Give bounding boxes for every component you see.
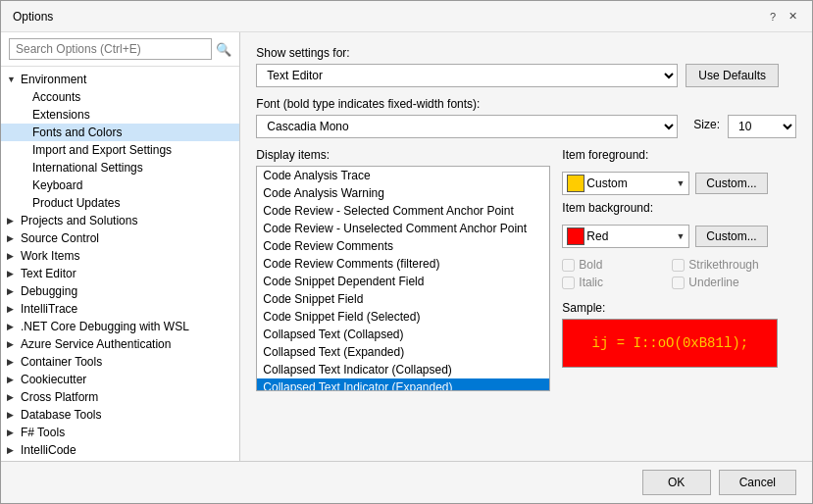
tree-child-fonts-colors[interactable]: Fonts and Colors (1, 124, 239, 141)
font-section: Font (bold type indicates fixed-width fo… (256, 97, 796, 138)
dialog-content: 🔍 ▼ Environment Accounts Extensions Font… (1, 32, 812, 461)
text-editor-label: Text Editor (21, 267, 76, 280)
right-panel: Show settings for: Text Editor Use Defau… (240, 32, 812, 461)
environment-arrow: ▼ (7, 75, 21, 84)
tree-net-core[interactable]: ▶ .NET Core Debugging with WSL (1, 318, 239, 335)
list-item-1[interactable]: Code Analysis Trace (257, 167, 549, 184)
list-item-6[interactable]: Code Review Comments (filtered) (257, 255, 549, 273)
intellitrace-arrow: ▶ (7, 304, 21, 314)
underline-checkbox-label[interactable]: Underline (672, 276, 778, 289)
bg-select-wrapper[interactable]: Red ▼ (562, 225, 689, 248)
list-item-5[interactable]: Code Review Comments (257, 237, 549, 255)
tree-cross-platform[interactable]: ▶ Cross Platform (1, 388, 239, 406)
size-label: Size: (693, 118, 720, 131)
tree-work-items[interactable]: ▶ Work Items (1, 247, 239, 265)
list-item-2[interactable]: Code Analysis Warning (257, 184, 549, 202)
fg-value: Custom (586, 176, 676, 190)
strikethrough-checkbox[interactable] (672, 259, 685, 272)
font-dropdown[interactable]: Cascadia Mono (256, 115, 678, 138)
cross-platform-arrow: ▶ (7, 392, 21, 402)
font-label: Font (bold type indicates fixed-width fo… (256, 97, 796, 111)
strikethrough-checkbox-label[interactable]: Strikethrough (672, 258, 778, 272)
tree-child-accounts[interactable]: Accounts (1, 88, 239, 106)
tree-debugging[interactable]: ▶ Debugging (1, 282, 239, 300)
list-item-11[interactable]: Collapsed Text (Expanded) (257, 343, 549, 361)
intellitrace-label: IntelliTrace (21, 302, 77, 316)
bg-custom-button[interactable]: Custom... (695, 226, 767, 247)
tree-intellitrace[interactable]: ▶ IntelliTrace (1, 300, 239, 318)
list-item-7[interactable]: Code Snippet Dependent Field (257, 273, 549, 290)
tree-cookiecutter[interactable]: ▶ Cookiecutter (1, 371, 239, 388)
search-icon[interactable]: 🔍 (216, 42, 231, 57)
fg-swatch (567, 175, 584, 192)
use-defaults-button[interactable]: Use Defaults (686, 64, 779, 87)
dialog-footer: OK Cancel (1, 461, 812, 503)
tree-text-editor[interactable]: ▶ Text Editor (1, 265, 239, 282)
tree-projects-solutions[interactable]: ▶ Projects and Solutions (1, 212, 239, 229)
bold-checkbox[interactable] (562, 259, 575, 272)
right-col: Item foreground: Custom ▼ Custom... Item… (562, 148, 778, 391)
bold-checkbox-label[interactable]: Bold (562, 258, 668, 272)
tree-database-tools[interactable]: ▶ Database Tools (1, 406, 239, 424)
tree-intellicode[interactable]: ▶ IntelliCode (1, 441, 239, 459)
projects-label: Projects and Solutions (21, 214, 137, 227)
list-item-4[interactable]: Code Review - Unselected Comment Anchor … (257, 220, 549, 237)
list-item-3[interactable]: Code Review - Selected Comment Anchor Po… (257, 202, 549, 220)
search-box: 🔍 (1, 32, 239, 67)
help-button[interactable]: ? (765, 9, 781, 25)
list-item-13[interactable]: Collapsed Text Indicator (Expanded) (257, 378, 549, 391)
fg-custom-button[interactable]: Custom... (695, 173, 767, 194)
strikethrough-label: Strikethrough (688, 258, 758, 272)
show-settings-label: Show settings for: (256, 46, 796, 60)
tree-child-product-updates[interactable]: Product Updates (1, 194, 239, 212)
cross-platform-label: Cross Platform (21, 390, 98, 404)
list-item-8[interactable]: Code Snippet Field (257, 290, 549, 308)
list-item-10[interactable]: Collapsed Text (Collapsed) (257, 326, 549, 343)
tree-fsharp-tools[interactable]: ▶ F# Tools (1, 424, 239, 441)
tree-child-international[interactable]: International Settings (1, 159, 239, 176)
item-background-label: Item background: (562, 201, 778, 215)
show-settings-section: Show settings for: Text Editor Use Defau… (256, 46, 796, 87)
source-control-arrow: ▶ (7, 233, 21, 243)
show-settings-dropdown[interactable]: Text Editor (256, 64, 678, 87)
list-item-9[interactable]: Code Snippet Field (Selected) (257, 308, 549, 326)
work-items-arrow: ▶ (7, 251, 21, 261)
tree-azure-auth[interactable]: ▶ Azure Service Authentication (1, 335, 239, 353)
left-panel: 🔍 ▼ Environment Accounts Extensions Font… (1, 32, 240, 461)
display-items-section: Display items: Code Analysis Trace Code … (256, 148, 796, 391)
container-tools-label: Container Tools (21, 355, 102, 369)
cookiecutter-arrow: ▶ (7, 375, 21, 384)
tree-child-extensions[interactable]: Extensions (1, 106, 239, 124)
display-items-col: Display items: Code Analysis Trace Code … (256, 148, 550, 391)
fsharp-tools-label: F# Tools (21, 426, 65, 439)
cookiecutter-label: Cookiecutter (21, 373, 86, 386)
close-button[interactable]: ✕ (785, 9, 800, 25)
italic-checkbox-label[interactable]: Italic (562, 276, 668, 289)
search-input[interactable] (9, 38, 212, 60)
bg-color-row: Red ▼ Custom... (562, 225, 778, 248)
bold-label: Bold (579, 258, 602, 272)
tree-source-control[interactable]: ▶ Source Control (1, 229, 239, 247)
bg-dropdown-arrow: ▼ (676, 231, 685, 241)
display-items-label: Display items: (256, 148, 550, 162)
net-core-arrow: ▶ (7, 322, 21, 331)
item-foreground-label: Item foreground: (562, 148, 778, 162)
underline-checkbox[interactable] (672, 277, 685, 289)
display-list[interactable]: Code Analysis Trace Code Analysis Warnin… (256, 166, 550, 391)
tree-environment[interactable]: ▼ Environment (1, 71, 239, 88)
italic-checkbox[interactable] (562, 277, 575, 289)
ok-button[interactable]: OK (642, 470, 711, 495)
tree-child-import-export[interactable]: Import and Export Settings (1, 141, 239, 159)
fg-select-wrapper[interactable]: Custom ▼ (562, 172, 689, 195)
tree-container-tools[interactable]: ▶ Container Tools (1, 353, 239, 371)
sample-section: Sample: ij = I::oO(0xB81l); (562, 301, 778, 368)
underline-label: Underline (688, 276, 738, 289)
tree-child-keyboard[interactable]: Keyboard (1, 176, 239, 194)
bg-swatch (567, 227, 584, 245)
intellicode-arrow: ▶ (7, 445, 21, 455)
debugging-arrow: ▶ (7, 286, 21, 296)
sample-text: ij = I::oO(0xB81l); (591, 335, 748, 351)
size-dropdown[interactable]: 10 (728, 115, 796, 138)
cancel-button[interactable]: Cancel (719, 470, 796, 495)
list-item-12[interactable]: Collapsed Text Indicator (Collapsed) (257, 361, 549, 378)
